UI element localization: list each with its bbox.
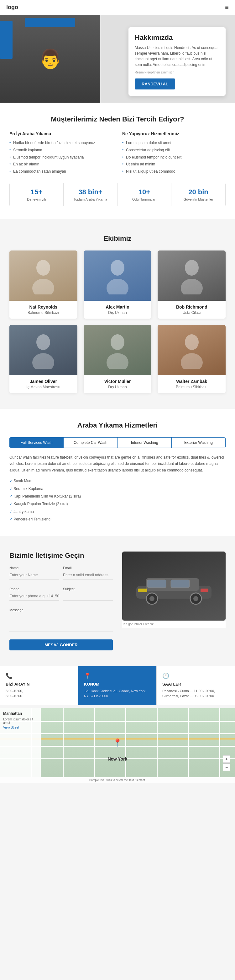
name-input[interactable] [9,571,59,579]
hero-photo-credit: Resim Freepik'ten alınmıştır [135,70,219,75]
list-item: Seramik kaplama [9,146,113,154]
email-label: Email [63,566,113,570]
stat-label: Güvenilir Müşteriler [175,197,222,201]
name-label: Name [9,566,59,570]
list-item: Eiusmod tempor incididunt uygun fiyatlar… [9,154,113,161]
hero-section: 👨 Hakkımızda Massa Ultricies mi quis Hen… [0,15,235,103]
svg-point-2 [110,260,125,275]
team-name: Bob Richmond [162,304,221,310]
subject-input[interactable] [63,592,113,600]
svg-point-0 [36,260,50,275]
team-info: Walter Zambak Balmumu Sihirbazı [158,375,226,393]
hero-image: 👨 [0,15,100,103]
team-card-1: Alex Martin Dış Uzman [84,250,151,318]
svg-rect-20 [138,589,147,592]
svg-point-8 [110,334,125,350]
stat-number: 15+ [13,188,60,196]
info-box-phone-title: BİZİ ARAYIN [6,682,73,687]
header: logo ≡ [0,0,235,15]
stat-number: 10+ [121,188,168,196]
services-section: Araba Yıkama Hizmetleri Full Services Wa… [0,409,235,536]
team-grid: Nat Reynolds Balmumu Sihirbazı Alex Mart… [9,250,226,393]
hamburger-icon[interactable]: ≡ [225,4,229,11]
svg-rect-19 [171,580,189,588]
team-name: Victor Müller [88,379,147,384]
list-item: Nisi ut aliquip ut ea commodo [122,168,226,175]
blue-accent-left [0,21,13,59]
col-best-wash: En İyi Araba Yıkama Harika bir değerde b… [9,131,113,175]
stat-number: 20 bin [175,188,222,196]
clock-icon: 🕐 [162,672,229,679]
phone-field: Phone [9,587,59,600]
info-box-location-title: KONUM [84,682,151,687]
team-section: Ekibimiz Nat Reynolds Balmumu Sihirbazı [0,222,235,406]
team-card-5: Walter Zambak Balmumu Sihirbazı [158,325,226,393]
info-box-phone-text: 8:00-10:00, 8:00-10:00 [6,688,73,699]
appointment-button[interactable]: RANDEVU AL [135,78,175,89]
contact-car-image [122,552,226,620]
location-icon: 📍 [84,672,151,679]
team-role: Dış Uzman [88,310,147,315]
contact-photo-credit: Ten görüntüler Freepik [122,620,226,628]
team-info: James Oliver İç Mekan Maestrosu [9,375,77,393]
stats-bar: 15+ Deneyim yılı 38 bin+ Toplam Araba Yı… [9,183,226,206]
svg-point-6 [36,334,50,350]
map-sidebar-text2[interactable]: View Street [3,726,38,729]
stat-label: Ödül Tanımaları [121,197,168,201]
stat-customers: 20 bin Güvenilir Müşteriler [171,183,225,206]
phone-icon: 📞 [6,672,73,679]
svg-point-9 [107,353,128,369]
contact-image-col: Ten görüntüler Freepik [122,552,226,628]
svg-rect-21 [200,589,208,592]
services-title: Araba Yıkama Hizmetleri [9,421,226,430]
service-feature: Sıcak Mum [9,477,226,485]
team-photo-nat [9,250,77,301]
team-role: Balmumu Sihirbazı [162,385,221,389]
message-field: Message [9,608,113,633]
svg-point-3 [107,279,128,294]
hero-description: Massa Ultricies mi quis Hendrerit. Ac ut… [135,45,219,67]
hero-title: Hakkımızda [135,33,219,42]
team-role: Balmumu Sihirbazı [14,310,73,315]
submit-button[interactable]: MESAJ GÖNDER [9,640,113,651]
svg-point-15 [150,596,155,601]
col1-title: En İyi Araba Yıkama [9,131,113,136]
service-tabs: Full Services Wash Complete Car Wash Int… [9,437,226,448]
tab-full-service[interactable]: Full Services Wash [10,438,64,448]
service-content: Our car wash facilities feature flat-bel… [9,454,226,523]
service-feature: Jant yıkama [9,508,226,515]
stat-experience: 15+ Deneyim yılı [10,183,64,206]
tab-complete-car[interactable]: Complete Car Wash [64,438,118,448]
phone-input[interactable] [9,592,59,600]
team-photo-james [9,325,77,375]
info-box-hours-title: SAATLER [162,682,229,687]
list-item: Do eiusmod tempor incididunt elit [122,154,226,161]
list-item: Ea commodotan satan almayan [9,168,113,175]
list-item: Consectetur adipiscing elit [122,146,226,154]
info-box-hours: 🕐 SAATLER Pazartesi - Cuma ... 11:00 - 2… [157,666,235,705]
map-section: Manhattan Lorem ipsum dolor sit amet Vie… [0,708,235,777]
map-pin-icon: 📍 [113,738,122,747]
team-card-0: Nat Reynolds Balmumu Sihirbazı [9,250,77,318]
team-title: Ekibimiz [9,234,226,243]
team-name: Nat Reynolds [14,304,73,310]
stat-washes: 38 bin+ Toplam Araba Yıkama [64,183,118,206]
list-item: En az bir alanın [9,161,113,168]
hero-card: Hakkımızda Massa Ultricies mi quis Hendr… [128,27,226,96]
list-item: Ut enim ad minim [122,161,226,168]
why-choose-title: Müşterilerimiz Neden Bizi Tercih Ediyor? [9,115,226,123]
message-input[interactable] [9,613,113,632]
info-boxes: 📞 BİZİ ARAYIN 8:00-10:00, 8:00-10:00 📍 K… [0,666,235,705]
team-card-3: James Oliver İç Mekan Maestrosu [9,325,77,393]
zoom-out-button[interactable]: − [223,764,230,771]
team-info: Bob Richmond Usta Cilacı [158,301,226,318]
tab-interior[interactable]: Interior Washing [118,438,172,448]
col2-title: Ne Yapıyoruz Hizmetlerimiz [122,131,226,136]
tab-exterior[interactable]: Exterior Washing [172,438,225,448]
svg-point-17 [193,596,198,601]
info-box-location-text: 121 Rock Caddesi 21. Cadde, New York, NY… [84,688,151,699]
zoom-in-button[interactable]: + [223,755,230,763]
email-input[interactable] [63,571,113,579]
col2-list: Lorem ipsum dolor sit amet Consectetur a… [122,139,226,175]
list-item: Harika bir değerde birden fazla hizmet s… [9,139,113,146]
